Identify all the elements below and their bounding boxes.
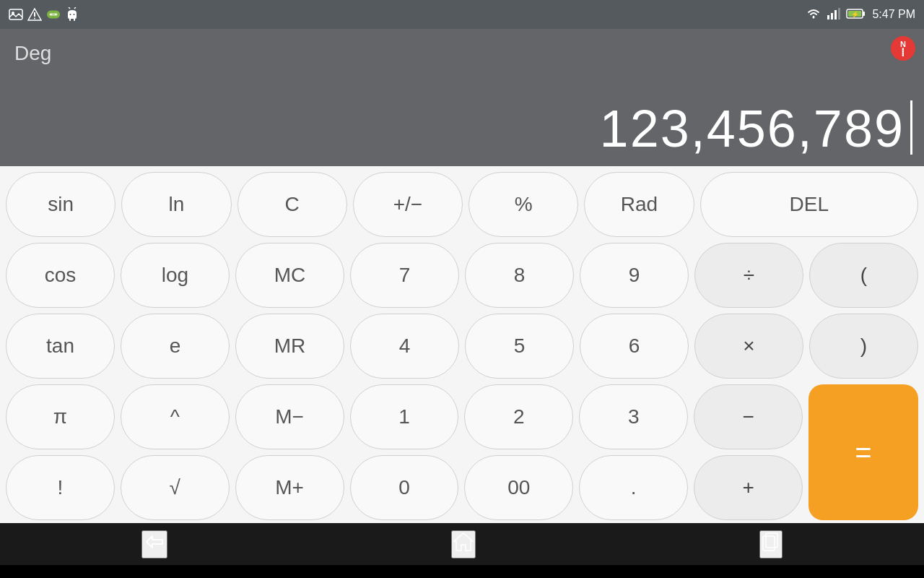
warning-icon [27,7,42,22]
pi-button[interactable]: π [6,384,115,449]
equals-button[interactable]: = [808,384,918,520]
display-value: 123,456,789 [12,103,905,155]
svg-rect-0 [9,9,22,20]
five-button[interactable]: 5 [465,314,574,379]
keypad-row-5: ! √ M+ 0 00 . + [6,455,803,520]
display-cursor [910,100,912,155]
percent-button[interactable]: % [468,172,578,237]
mc-button[interactable]: MC [235,243,344,308]
time-display: 5:47 PM [872,8,915,21]
rows-4-5-left: π ^ M− 1 2 3 − ! √ M+ 0 00 . + [6,384,803,520]
status-icons [9,7,79,22]
nine-button[interactable]: 9 [580,243,689,308]
power-button[interactable]: ^ [121,384,230,449]
svg-point-8 [50,13,53,16]
svg-rect-22 [766,533,777,548]
mminus-button[interactable]: M− [235,384,344,449]
back-button[interactable] [141,530,167,558]
svg-point-4 [34,18,35,20]
tan-button[interactable]: tan [6,314,115,379]
status-bar: ⚡ 5:47 PM [0,0,924,29]
add-button[interactable]: + [694,455,803,520]
keypad-rows-4-5: π ^ M− 1 2 3 − ! √ M+ 0 00 . + = [6,384,918,520]
mplus-button[interactable]: M+ [235,455,344,520]
svg-text:⚡: ⚡ [851,10,860,19]
svg-rect-15 [831,13,833,20]
four-button[interactable]: 4 [350,314,459,379]
sqrt-button[interactable]: √ [121,455,230,520]
two-button[interactable]: 2 [464,384,573,449]
notification-dots: ⁞ [901,48,905,58]
keypad-area: sin ln C +/− % Rad DEL cos log MC 7 8 9 … [0,166,924,523]
navigation-bar [0,523,924,565]
zero-button[interactable]: 0 [350,455,459,520]
log-button[interactable]: log [121,243,230,308]
cos-button[interactable]: cos [6,243,115,308]
recents-button[interactable] [759,530,783,558]
status-right: ⚡ 5:47 PM [806,8,915,22]
one-button[interactable]: 1 [350,384,459,449]
clear-button[interactable]: C [237,172,347,237]
svg-point-12 [74,14,75,15]
svg-rect-19 [863,12,865,16]
right-paren-button[interactable]: ) [809,314,918,379]
rad-button[interactable]: Rad [584,172,694,237]
ln-button[interactable]: ln [121,172,231,237]
six-button[interactable]: 6 [580,314,689,379]
subtract-button[interactable]: − [694,384,803,449]
factorial-button[interactable]: ! [6,455,115,520]
wifi-icon [806,8,821,22]
keypad-row-2: cos log MC 7 8 9 ÷ ( [6,243,918,308]
keypad-row-4: π ^ M− 1 2 3 − [6,384,803,449]
svg-rect-17 [838,8,840,20]
seven-button[interactable]: 7 [350,243,459,308]
svg-rect-14 [827,15,829,20]
keypad-row-1: sin ln C +/− % Rad DEL [6,172,918,237]
android-icon [65,7,79,22]
game-icon [46,7,61,22]
svg-rect-16 [834,10,837,20]
svg-line-9 [69,7,70,9]
svg-point-11 [70,14,71,15]
deg-mode-label: Deg [14,42,51,65]
left-paren-button[interactable]: ( [809,243,918,308]
decimal-button[interactable]: . [579,455,688,520]
doublezero-button[interactable]: 00 [464,455,573,520]
keypad-row-3: tan e MR 4 5 6 × ) [6,314,918,379]
svg-rect-23 [763,536,775,551]
multiply-button[interactable]: × [694,314,803,379]
sin-button[interactable]: sin [6,172,116,237]
svg-line-10 [74,7,76,9]
e-button[interactable]: e [121,314,230,379]
picture-icon [9,7,23,22]
eight-button[interactable]: 8 [465,243,574,308]
equals-label: = [855,436,871,469]
calculator-display: Deg 123,456,789 N ⁞ [0,29,924,166]
delete-button[interactable]: DEL [700,172,919,237]
battery-icon: ⚡ [846,8,866,22]
svg-point-7 [55,13,58,16]
divide-button[interactable]: ÷ [694,243,803,308]
home-button[interactable] [451,530,476,558]
notification-badge: N ⁞ [891,36,915,61]
plusminus-button[interactable]: +/− [353,172,463,237]
three-button[interactable]: 3 [579,384,688,449]
svg-point-13 [813,16,815,18]
signal-icon [827,8,840,22]
mr-button[interactable]: MR [235,314,344,379]
